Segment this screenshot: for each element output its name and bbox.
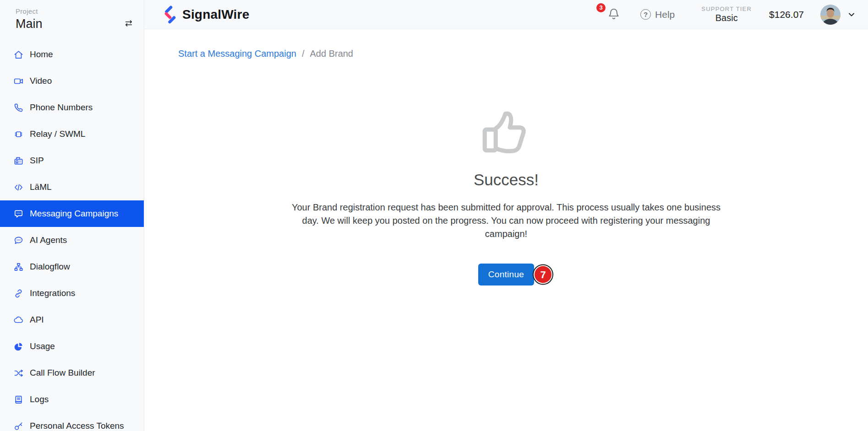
- sidebar: Project Main Home Video Phone Numbe: [0, 0, 144, 431]
- success-title: Success!: [144, 171, 868, 189]
- help-label: Help: [655, 9, 675, 20]
- sidebar-item-label: Usage: [30, 341, 55, 351]
- sidebar-item-dialogflow[interactable]: Dialogflow: [0, 253, 144, 280]
- chip-icon: [13, 129, 24, 140]
- sitemap-icon: [13, 262, 24, 272]
- annotation-badge-7: 7: [535, 266, 551, 283]
- fax-icon: [13, 156, 24, 166]
- sidebar-item-logs[interactable]: Logs: [0, 386, 144, 413]
- notifications-button[interactable]: 3: [607, 7, 621, 22]
- account-menu-chevron[interactable]: [847, 10, 856, 19]
- key-icon: [13, 421, 24, 431]
- link-icon: [13, 288, 24, 299]
- breadcrumb-current-add-brand: Add Brand: [310, 48, 353, 59]
- brand-logo[interactable]: SignalWire: [160, 5, 249, 24]
- sidebar-item-label: API: [30, 315, 44, 325]
- account-balance: $126.07: [769, 9, 804, 20]
- chevron-down-icon: [847, 10, 856, 19]
- sidebar-item-laml[interactable]: LāML: [0, 174, 144, 200]
- sidebar-item-label: Logs: [30, 394, 49, 404]
- breadcrumb-link-start-messaging-campaign[interactable]: Start a Messaging Campaign: [178, 48, 296, 59]
- sidebar-item-label: Phone Numbers: [30, 102, 93, 113]
- sidebar-item-label: LāML: [30, 182, 52, 192]
- help-button[interactable]: ? Help: [640, 9, 675, 20]
- signalwire-mark-icon: [160, 5, 176, 24]
- thumbs-up-icon: [480, 107, 532, 161]
- brand-name: SignalWire: [182, 7, 249, 22]
- chat-round-icon: [13, 235, 24, 246]
- success-message: Your Brand registration request has been…: [286, 201, 726, 241]
- project-label: Project: [16, 7, 133, 15]
- sidebar-item-label: Integrations: [30, 288, 75, 298]
- notification-count-badge: 3: [595, 2, 606, 13]
- sidebar-item-label: Video: [30, 76, 52, 86]
- project-switch-icon[interactable]: [124, 18, 134, 28]
- bell-icon: [607, 7, 620, 22]
- sidebar-item-label: Relay / SWML: [30, 129, 85, 139]
- sidebar-nav: Home Video Phone Numbers Relay / SWML SI…: [0, 41, 144, 431]
- chat-square-icon: [13, 209, 24, 219]
- sidebar-item-home[interactable]: Home: [0, 41, 144, 68]
- phone-icon: [13, 102, 24, 113]
- breadcrumb-separator: /: [302, 48, 305, 59]
- avatar-image: [820, 5, 841, 25]
- code-icon: [13, 182, 24, 193]
- success-panel: Success! Your Brand registration request…: [144, 107, 868, 286]
- sidebar-item-messaging-campaigns[interactable]: Messaging Campaigns: [0, 200, 144, 227]
- cloud-icon: [13, 315, 24, 325]
- sidebar-item-relay-swml[interactable]: Relay / SWML: [0, 121, 144, 147]
- sidebar-item-label: Call Flow Builder: [30, 368, 95, 378]
- continue-button[interactable]: Continue: [478, 264, 534, 286]
- sidebar-item-label: Dialogflow: [30, 262, 70, 272]
- home-icon: [13, 49, 24, 60]
- shuffle-icon: [13, 368, 24, 378]
- top-header: SignalWire 3 ? Help SUPPORT TIER Basic $…: [144, 0, 868, 29]
- sidebar-item-label: AI Agents: [30, 235, 67, 245]
- sidebar-item-sip[interactable]: SIP: [0, 147, 144, 174]
- sidebar-item-label: Personal Access Tokens: [30, 421, 124, 431]
- avatar[interactable]: [820, 5, 841, 25]
- sidebar-item-label: Messaging Campaigns: [30, 209, 118, 219]
- support-tier-value: Basic: [701, 13, 752, 23]
- sidebar-item-call-flow-builder[interactable]: Call Flow Builder: [0, 360, 144, 386]
- sidebar-item-video[interactable]: Video: [0, 68, 144, 94]
- project-switcher: Project Main: [0, 0, 144, 31]
- sidebar-item-phone-numbers[interactable]: Phone Numbers: [0, 94, 144, 121]
- main-content: Start a Messaging Campaign / Add Brand S…: [144, 29, 868, 431]
- sidebar-item-integrations[interactable]: Integrations: [0, 280, 144, 307]
- support-tier: SUPPORT TIER Basic: [701, 5, 752, 23]
- sidebar-item-label: Home: [30, 49, 53, 59]
- sidebar-item-label: SIP: [30, 156, 44, 166]
- pie-chart-icon: [13, 341, 24, 352]
- sidebar-item-usage[interactable]: Usage: [0, 333, 144, 360]
- sidebar-item-api[interactable]: API: [0, 307, 144, 333]
- support-tier-label: SUPPORT TIER: [701, 5, 752, 12]
- video-icon: [13, 76, 24, 86]
- project-name: Main: [16, 17, 133, 31]
- help-icon: ?: [640, 9, 651, 20]
- sidebar-item-personal-access-tokens[interactable]: Personal Access Tokens: [0, 413, 144, 431]
- breadcrumb: Start a Messaging Campaign / Add Brand: [144, 29, 868, 59]
- sidebar-item-ai-agents[interactable]: AI Agents: [0, 227, 144, 253]
- journal-icon: [13, 394, 24, 405]
